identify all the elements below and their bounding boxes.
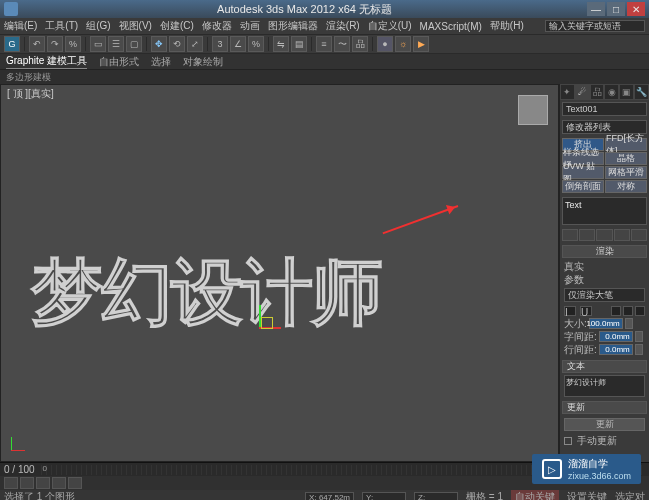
render-dropdown[interactable]: 仅渲染大笔 <box>564 288 645 302</box>
tab-selection[interactable]: 选择 <box>151 55 171 69</box>
menu-graph[interactable]: 图形编辑器 <box>268 19 318 33</box>
selection-status: 选择了 1 个图形 <box>4 490 75 500</box>
undo-button[interactable]: ↶ <box>29 36 45 52</box>
move-button[interactable]: ✥ <box>151 36 167 52</box>
modifier-bevel-button[interactable]: 倒角剖面 <box>562 180 604 193</box>
align-left-button[interactable] <box>611 306 621 316</box>
x-coord-field[interactable]: X: 647.52m <box>305 492 354 501</box>
viewcube[interactable] <box>518 95 548 125</box>
leading-spinner-step[interactable] <box>635 344 643 355</box>
menu-view[interactable]: 视图(V) <box>119 19 152 33</box>
unique-button[interactable] <box>596 229 612 241</box>
play-button[interactable] <box>36 477 50 489</box>
goto-end-button[interactable] <box>68 477 82 489</box>
rollout-render-header[interactable]: 渲染 <box>562 245 647 258</box>
render-real-label: 真实 <box>564 260 584 274</box>
menu-maxscript[interactable]: MAXScript(M) <box>420 21 482 32</box>
menu-group[interactable]: 组(G) <box>86 19 110 33</box>
font-style-u-button[interactable]: U <box>580 306 592 316</box>
close-button[interactable]: ✕ <box>627 2 645 16</box>
pin-stack-button[interactable] <box>562 229 578 241</box>
align-center-button[interactable] <box>623 306 633 316</box>
menu-modifiers[interactable]: 修改器 <box>202 19 232 33</box>
align-button[interactable]: ▤ <box>291 36 307 52</box>
size-spinner[interactable]: 100.0mm <box>589 318 623 329</box>
autokey-button[interactable]: 自动关键 <box>511 490 559 500</box>
minimize-button[interactable]: — <box>587 2 605 16</box>
scale-button[interactable]: ⤢ <box>187 36 203 52</box>
tab-motion-icon[interactable]: ◉ <box>604 84 619 100</box>
text-content-field[interactable]: 梦幻设计师 <box>564 375 645 397</box>
show-result-button[interactable] <box>579 229 595 241</box>
tab-utilities-icon[interactable]: 🔧 <box>634 84 649 100</box>
text-object[interactable]: 梦幻设计师 <box>31 245 381 341</box>
gizmo-xy-plane[interactable] <box>261 317 273 329</box>
rollout-render-body: 真实 参数 仅渲染大笔 IU 大小:100.0mm 字间距:0.0mm 行间距:… <box>562 258 647 358</box>
move-gizmo[interactable] <box>241 305 281 345</box>
command-panel: ✦ ☄ 品 ◉ ▣ 🔧 Text001 修改器列表 挤出 FFD[长方体] 样条… <box>559 84 649 462</box>
layer-button[interactable]: ≡ <box>316 36 332 52</box>
menu-create[interactable]: 创建(C) <box>160 19 194 33</box>
remove-mod-button[interactable] <box>614 229 630 241</box>
redo-button[interactable]: ↷ <box>47 36 63 52</box>
tab-display-icon[interactable]: ▣ <box>619 84 634 100</box>
help-search-input[interactable]: 输入关键字或短语 <box>545 20 645 32</box>
next-frame-button[interactable] <box>52 477 66 489</box>
mirror-button[interactable]: ⇋ <box>273 36 289 52</box>
viewport[interactable]: [ 顶 ][真实] 梦幻设计师 <box>0 84 559 462</box>
align-right-button[interactable] <box>635 306 645 316</box>
menu-edit[interactable]: 编辑(E) <box>4 19 37 33</box>
size-spinner-step[interactable] <box>625 318 633 329</box>
schematic-button[interactable]: 品 <box>352 36 368 52</box>
font-style-i-button[interactable]: I <box>564 306 576 316</box>
render-setup-button[interactable]: ☼ <box>395 36 411 52</box>
snap-button[interactable]: 3 <box>212 36 228 52</box>
modifier-lattice-button[interactable]: 晶格 <box>605 152 647 165</box>
maximize-button[interactable]: □ <box>607 2 625 16</box>
tab-modify-icon[interactable]: ☄ <box>575 84 590 100</box>
select-region-button[interactable]: ▢ <box>126 36 142 52</box>
selfilter-dropdown[interactable]: 选定对 <box>615 490 645 500</box>
menu-tools[interactable]: 工具(T) <box>45 19 78 33</box>
object-name-field[interactable]: Text001 <box>562 102 647 116</box>
tab-freeform[interactable]: 自由形式 <box>99 55 139 69</box>
tab-hierarchy-icon[interactable]: 品 <box>590 84 605 100</box>
kerning-spinner[interactable]: 0.0mm <box>599 331 633 342</box>
ribbon-tabs: Graphite 建模工具 自由形式 选择 对象绘制 <box>0 54 649 70</box>
menu-animation[interactable]: 动画 <box>240 19 260 33</box>
modifier-symmetry-button[interactable]: 对称 <box>605 180 647 193</box>
leading-spinner[interactable]: 0.0mm <box>599 344 633 355</box>
z-coord-field[interactable]: Z: <box>414 492 458 501</box>
viewport-label: [ 顶 ][真实] <box>7 87 54 101</box>
tab-create-icon[interactable]: ✦ <box>560 84 575 100</box>
app-menu-button[interactable]: G <box>4 36 20 52</box>
select-button[interactable]: ▭ <box>90 36 106 52</box>
menu-help[interactable]: 帮助(H) <box>490 19 524 33</box>
rollout-update-header[interactable]: 更新 <box>562 401 647 414</box>
modifier-ffd-button[interactable]: FFD[长方体] <box>605 138 647 151</box>
goto-start-button[interactable] <box>4 477 18 489</box>
y-coord-field[interactable]: Y: <box>362 492 406 501</box>
modifier-uvw-button[interactable]: UVW 贴图 <box>562 166 604 179</box>
update-button[interactable]: 更新 <box>564 418 645 431</box>
percent-snap-button[interactable]: % <box>248 36 264 52</box>
link-button[interactable]: % <box>65 36 81 52</box>
config-sets-button[interactable] <box>631 229 647 241</box>
render-button[interactable]: ▶ <box>413 36 429 52</box>
tab-graphite[interactable]: Graphite 建模工具 <box>6 54 87 69</box>
manual-update-checkbox[interactable] <box>564 437 572 445</box>
setkey-button[interactable]: 设置关键 <box>567 490 607 500</box>
menu-custom[interactable]: 自定义(U) <box>368 19 412 33</box>
menu-render[interactable]: 渲染(R) <box>326 19 360 33</box>
modifier-meshsmooth-button[interactable]: 网格平滑 <box>605 166 647 179</box>
material-button[interactable]: ● <box>377 36 393 52</box>
tab-objectpaint[interactable]: 对象绘制 <box>183 55 223 69</box>
angle-snap-button[interactable]: ∠ <box>230 36 246 52</box>
kerning-spinner-step[interactable] <box>635 331 643 342</box>
prev-frame-button[interactable] <box>20 477 34 489</box>
curve-editor-button[interactable]: 〜 <box>334 36 350 52</box>
modifier-stack[interactable]: Text <box>562 197 647 225</box>
rotate-button[interactable]: ⟲ <box>169 36 185 52</box>
select-name-button[interactable]: ☰ <box>108 36 124 52</box>
rollout-text-header[interactable]: 文本 <box>562 360 647 373</box>
